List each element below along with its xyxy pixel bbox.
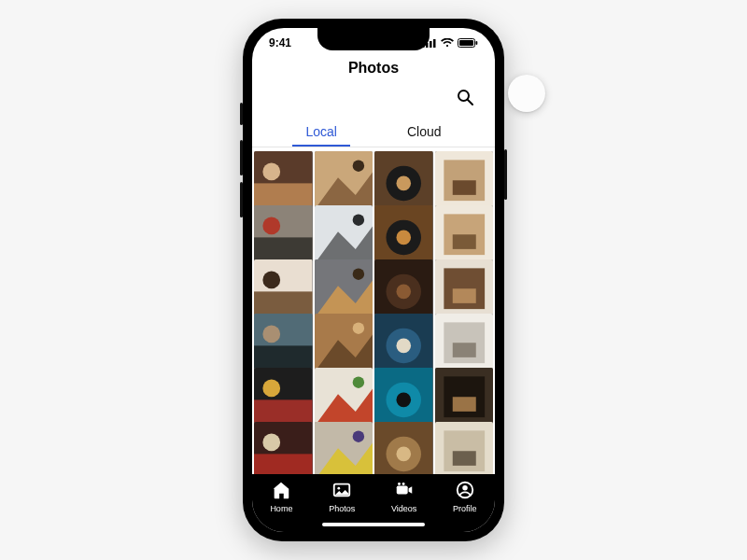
photo-thumb[interactable] (374, 151, 433, 210)
svg-rect-2 (430, 41, 432, 48)
search-button[interactable] (452, 84, 478, 113)
photo-thumb[interactable] (374, 368, 433, 427)
battery-icon (458, 38, 478, 48)
tabbar-profile[interactable]: Profile (453, 480, 477, 513)
svg-rect-83 (396, 485, 407, 494)
photos-icon (331, 480, 352, 502)
status-icons (422, 38, 478, 48)
page-title: Photos (252, 58, 495, 82)
svg-point-74 (352, 430, 364, 442)
svg-point-85 (402, 483, 404, 485)
photo-thumb[interactable] (315, 259, 374, 318)
photo-thumb[interactable] (254, 151, 313, 210)
photo-thumb[interactable] (254, 205, 313, 264)
home-indicator[interactable] (322, 523, 425, 526)
svg-point-14 (352, 160, 364, 172)
svg-point-23 (262, 217, 280, 234)
tab-local[interactable]: Local (298, 120, 344, 145)
videos-icon (394, 480, 415, 502)
notch (317, 28, 430, 50)
svg-point-84 (398, 483, 401, 485)
svg-rect-56 (452, 343, 475, 357)
svg-line-8 (468, 100, 472, 105)
search-icon (456, 95, 474, 109)
svg-point-82 (338, 487, 341, 490)
tabbar-home[interactable]: Home (270, 480, 292, 513)
svg-point-26 (352, 214, 364, 226)
photo-thumb[interactable] (315, 422, 374, 474)
photo-thumb[interactable] (374, 422, 433, 474)
photo-thumb[interactable] (435, 151, 494, 210)
photo-thumb[interactable] (435, 205, 494, 264)
photo-thumb[interactable] (254, 422, 313, 474)
photo-thumb[interactable] (315, 314, 374, 372)
svg-rect-70 (254, 454, 313, 474)
svg-rect-68 (452, 397, 475, 412)
tabbar-videos-label: Videos (391, 504, 416, 513)
wifi-icon (441, 38, 454, 48)
svg-point-17 (396, 175, 411, 190)
svg-rect-6 (476, 41, 478, 45)
status-time: 9:41 (269, 36, 291, 49)
svg-point-65 (396, 393, 411, 408)
tabbar-home-label: Home (270, 504, 292, 513)
volume-down-button (240, 182, 243, 217)
photo-thumb[interactable] (435, 314, 494, 372)
power-button (504, 149, 507, 200)
photo-thumb[interactable] (254, 314, 313, 372)
profile-icon (455, 480, 475, 502)
svg-point-62 (352, 376, 364, 388)
content-tabs: Local Cloud (252, 120, 495, 145)
photo-thumb[interactable] (435, 422, 494, 474)
photo-thumb[interactable] (435, 259, 494, 318)
photo-thumb[interactable] (254, 259, 313, 318)
svg-point-41 (396, 285, 411, 300)
home-icon (271, 480, 291, 502)
svg-point-87 (462, 485, 468, 491)
svg-point-50 (352, 322, 364, 334)
bottom-tabbar: Home Photos Videos Profile (252, 474, 495, 532)
svg-rect-5 (459, 40, 473, 46)
svg-point-77 (396, 447, 411, 462)
volume-up-button (240, 140, 243, 175)
tab-cloud[interactable]: Cloud (400, 120, 449, 145)
photo-thumb[interactable] (374, 259, 433, 318)
svg-point-38 (352, 268, 364, 280)
photo-grid[interactable] (252, 147, 495, 474)
photo-thumb[interactable] (374, 314, 433, 372)
phone-frame: 9:41 Photos (243, 19, 504, 541)
tabbar-photos[interactable]: Photos (329, 480, 355, 513)
svg-rect-32 (452, 234, 475, 249)
photo-thumb[interactable] (254, 368, 313, 427)
svg-point-71 (262, 433, 280, 451)
svg-rect-44 (452, 288, 475, 303)
photo-thumb[interactable] (315, 205, 374, 264)
photo-thumb[interactable] (315, 368, 374, 427)
svg-point-35 (262, 271, 280, 288)
svg-point-11 (262, 162, 280, 180)
search-row (252, 82, 495, 120)
photo-thumb[interactable] (315, 151, 374, 210)
tabbar-photos-label: Photos (329, 504, 355, 513)
svg-point-53 (396, 339, 411, 354)
svg-point-47 (262, 325, 280, 343)
external-cursor-dot (508, 75, 545, 112)
tabbar-profile-label: Profile (453, 504, 477, 513)
screen: 9:41 Photos (252, 28, 495, 532)
svg-point-29 (396, 230, 411, 245)
photo-thumb[interactable] (435, 368, 494, 427)
svg-rect-80 (452, 451, 475, 466)
svg-rect-3 (433, 39, 436, 48)
side-button (240, 103, 243, 125)
tabbar-videos[interactable]: Videos (391, 480, 416, 513)
svg-point-59 (262, 379, 280, 397)
photo-thumb[interactable] (374, 205, 433, 264)
svg-rect-20 (452, 180, 475, 195)
